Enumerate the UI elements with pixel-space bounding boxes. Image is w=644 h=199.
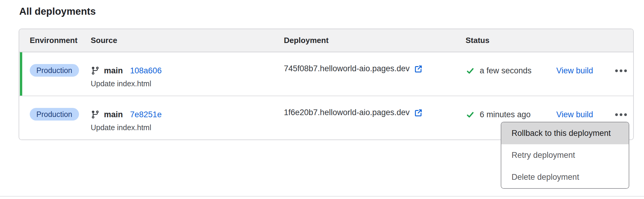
column-header-deployment: Deployment	[284, 36, 466, 45]
table-header-row: Environment Source Deployment Status	[19, 29, 633, 52]
column-header-status: Status	[466, 36, 633, 45]
branch-name: main	[104, 66, 123, 75]
status-time: a few seconds	[480, 66, 532, 75]
menu-item-delete[interactable]: Delete deployment	[501, 166, 629, 188]
branch-name: main	[104, 110, 123, 119]
ellipsis-icon[interactable]	[615, 108, 627, 121]
deployment-url: 1f6e20b7.helloworld-aio.pages.dev	[284, 108, 410, 117]
section-divider	[0, 196, 644, 197]
view-build-link[interactable]: View build	[556, 110, 615, 119]
table-row: Production main 108a606 Update index.htm…	[19, 52, 633, 96]
git-branch-icon	[91, 66, 100, 75]
check-icon	[466, 111, 475, 119]
external-link-icon[interactable]	[414, 64, 423, 73]
page-title: All deployments	[19, 5, 96, 17]
commit-link[interactable]: 108a606	[130, 66, 162, 75]
column-header-environment: Environment	[19, 36, 91, 45]
column-header-source: Source	[91, 36, 284, 45]
commit-message: Update index.html	[91, 122, 284, 133]
commit-link[interactable]: 7e8251e	[130, 110, 162, 119]
external-link-icon[interactable]	[414, 108, 423, 117]
menu-item-retry[interactable]: Retry deployment	[501, 144, 629, 166]
check-icon	[466, 67, 475, 75]
commit-message: Update index.html	[91, 78, 284, 89]
git-branch-icon	[91, 110, 100, 119]
environment-badge: Production	[30, 64, 79, 77]
row-context-menu: Rollback to this deployment Retry deploy…	[501, 122, 629, 189]
environment-badge: Production	[30, 108, 79, 121]
ellipsis-icon[interactable]	[615, 64, 627, 77]
menu-item-rollback[interactable]: Rollback to this deployment	[501, 122, 629, 144]
view-build-link[interactable]: View build	[556, 66, 615, 75]
deployment-url: 745f08b7.helloworld-aio.pages.dev	[284, 64, 410, 73]
status-time: 6 minutes ago	[480, 110, 531, 119]
